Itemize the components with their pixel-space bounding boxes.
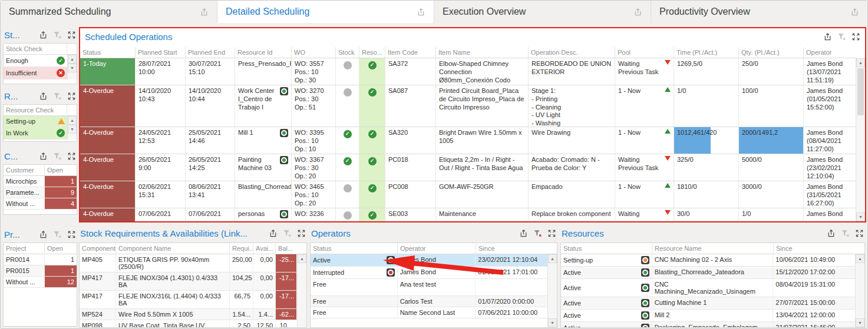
export-icon[interactable]	[269, 229, 278, 238]
resource-row[interactable]: Active Packaging_Empacado_Embalagem 21/0…	[561, 322, 855, 328]
operation-row[interactable]: 4-Overdue 14/10/2020 10:43 14/10/2020 10…	[80, 85, 856, 127]
scrollbar[interactable]: ▲ ▼	[297, 254, 306, 328]
operation-row[interactable]: 1-Today 28/07/2021 10:00 30/07/2021 15:1…	[80, 58, 856, 85]
filter-clear-icon[interactable]	[53, 31, 62, 39]
export-icon[interactable]	[519, 229, 528, 238]
expand-icon[interactable]	[67, 31, 76, 39]
time-cell: 1810/0	[674, 181, 739, 208]
operation-row[interactable]: 4-Overdue 24/05/2021 12:53 25/05/2021 14…	[80, 127, 856, 154]
expand-icon[interactable]	[852, 32, 860, 41]
operator-row[interactable]: Active James Bond 23/02/2021 12:10:04	[311, 254, 547, 267]
operator-row[interactable]: Free Name Second Last 07/06/2021 10:00:0…	[311, 307, 547, 318]
operation-row[interactable]: 4-Overdue 26/05/2021 9:00 26/05/2021 14:…	[80, 154, 856, 181]
export-icon[interactable]	[823, 32, 832, 41]
customer-row[interactable]: Without ... 4	[4, 198, 77, 210]
resource-check-row[interactable]: Setting-up	[4, 116, 67, 127]
export-icon[interactable]	[633, 8, 642, 16]
scrollbar[interactable]: ▲ ▼	[67, 55, 77, 79]
expand-icon[interactable]	[855, 229, 864, 238]
resource-row[interactable]: Setting-up CNC Machining 02 - 2 Axis 10/…	[561, 254, 855, 267]
resource-row[interactable]: Active Blasting_Chorreado_Jateadora 15/1…	[561, 267, 855, 279]
export-icon[interactable]	[200, 8, 209, 16]
scroll-up-button[interactable]: ▲	[856, 58, 865, 67]
scroll-down-button[interactable]: ▼	[548, 318, 557, 327]
tab-execution-overview[interactable]: Execution Overview	[434, 1, 651, 23]
export-icon[interactable]	[39, 230, 48, 239]
scroll-down-button[interactable]: ▼	[856, 212, 865, 221]
operator-row[interactable]: Interrupted James Bond 01/05/2021 17:01:…	[311, 267, 547, 279]
scroll-up-button[interactable]: ▲	[298, 254, 306, 263]
filter-clear-icon[interactable]	[841, 229, 850, 238]
expand-icon[interactable]	[547, 229, 556, 238]
customer-row[interactable]: Paramete... 9	[4, 187, 77, 198]
operator-name: Name Second Last	[398, 307, 476, 318]
resource-check-row[interactable]: In Work	[4, 127, 67, 139]
since-cell: 27/07/2021 15:00:00	[773, 297, 855, 309]
filter-clear-icon[interactable]	[837, 32, 846, 41]
scrollbar[interactable]: ▲ ▼	[856, 58, 865, 221]
scroll-up-button[interactable]: ▲	[856, 254, 864, 263]
operator-status: Active	[313, 257, 331, 264]
scrollbar[interactable]: ▲ ▼	[855, 254, 864, 327]
qty-cell: 100/0	[739, 85, 804, 127]
qty-cell: 5000/0	[739, 154, 804, 181]
expand-icon[interactable]	[297, 229, 306, 238]
warning-triangle-icon	[58, 118, 65, 124]
column-header: Resource Check	[4, 105, 67, 115]
scroll-up-button[interactable]: ▲	[68, 116, 77, 125]
scroll-down-button[interactable]: ▼	[68, 125, 77, 134]
export-icon[interactable]	[39, 152, 48, 161]
project-row[interactable]: Without ... 12	[4, 277, 77, 288]
filter-clear-icon[interactable]	[53, 152, 62, 161]
operation-row[interactable]: 4-Overdue 02/06/2021 15:31 08/06/2021 13…	[80, 181, 856, 208]
stock-req-row[interactable]: MP098 UV Base Coat_Tinta Base UV 2,50 12…	[80, 320, 297, 328]
stock-check-row[interactable]: Insufficient	[4, 67, 67, 79]
stock-req-row[interactable]: MP405 ETIQUETA GRIS PP. 90x40mm (2500/R)…	[80, 254, 297, 272]
expand-icon[interactable]	[67, 230, 76, 239]
operator-row[interactable]: Free Ana test test	[311, 279, 547, 296]
scroll-down-button[interactable]: ▼	[856, 318, 864, 327]
resource-row[interactable]: Active CNC Machining_Mecanizado_Usinagem…	[561, 279, 855, 297]
scroll-down-button[interactable]: ▼	[68, 64, 77, 72]
operator-cell: James Bond	[804, 208, 854, 221]
tab-productivity-overview[interactable]: Productivity Overview	[651, 1, 867, 23]
tab-summarized-scheduling[interactable]: Summarized Scheduling	[1, 1, 217, 23]
scrollbar-thumb[interactable]	[857, 68, 864, 115]
filter-clear-icon[interactable]	[53, 230, 62, 239]
export-icon[interactable]	[850, 8, 859, 16]
scrollbar[interactable]: ▲ ▼	[67, 116, 77, 139]
expand-icon[interactable]	[67, 152, 76, 161]
filter-clear-icon[interactable]	[53, 92, 62, 101]
tab-detailed-scheduling[interactable]: Detailed Scheduling	[217, 1, 434, 23]
stock-req-row[interactable]: MP524 Wire Rod 5.50mm X 1005 1.54... 1.4…	[80, 309, 297, 320]
resource-row[interactable]: Active Mill 2 13/04/2021 12:00:00	[561, 310, 855, 322]
scroll-up-button[interactable]: ▲	[68, 55, 77, 64]
expand-icon[interactable]	[67, 92, 76, 101]
operation-desc-cell: REBORDEADO DE UNION EXTERIOR	[529, 58, 615, 85]
wo-cell: WO: 3557 Pos.: 10 Op.: 30	[292, 58, 336, 85]
project-row[interactable]: PR0015 1	[4, 265, 77, 277]
project-row[interactable]: PR0014 1	[4, 254, 77, 265]
since-cell: 15/12/2020 17:02:00	[773, 267, 855, 278]
item-code-cell: SA087	[385, 85, 436, 127]
open-count: 12	[45, 277, 77, 287]
export-icon[interactable]	[417, 8, 425, 16]
stock-req-row[interactable]: MP417 FLEJE INOX/316L (1.4404) 0.4/333 B…	[80, 291, 297, 309]
filter-remove-icon[interactable]	[533, 229, 542, 238]
row-label: In Work	[6, 129, 28, 137]
panel-title: C...	[4, 151, 18, 161]
export-icon[interactable]	[39, 92, 48, 101]
stock-req-row[interactable]: MP417 FLEJE INOX/304 (1.4301) 0.4/333 BA…	[80, 272, 297, 291]
resource-row[interactable]: Active Cutting Machine 1 27/07/2021 15:0…	[561, 297, 855, 310]
export-icon[interactable]	[39, 31, 48, 39]
filter-clear-icon[interactable]	[283, 229, 292, 238]
column-header: Operator	[804, 47, 854, 58]
operation-row[interactable]: 4-Overdue 07/06/2021 07/06/2021 personas…	[80, 208, 856, 221]
export-icon[interactable]	[827, 229, 836, 238]
scrollbar[interactable]: ▲ ▼	[547, 254, 557, 327]
stock-check-row[interactable]: Enough	[4, 55, 67, 67]
operator-row[interactable]: Free Carlos Test 01/07/2020 0:00:00	[311, 296, 547, 307]
customer-row[interactable]: Microchips 1	[4, 176, 77, 187]
scroll-up-button[interactable]: ▲	[548, 254, 557, 263]
operator-cell: James Bond (23/02/2021 12:10:04)	[804, 154, 854, 181]
